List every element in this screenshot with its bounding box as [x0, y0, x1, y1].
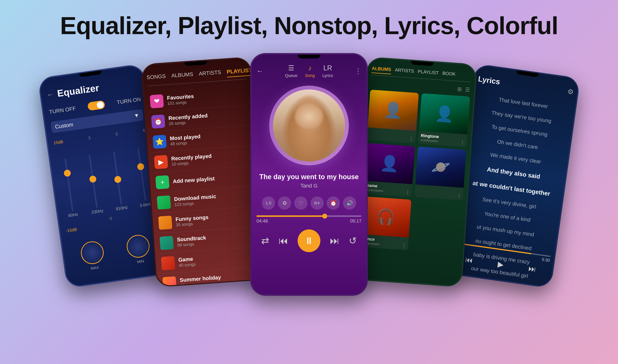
- music-note-icon: ♪: [308, 64, 312, 72]
- tab-playlist[interactable]: PLAYLIST: [227, 67, 252, 77]
- eq-preset-label: Custom: [55, 121, 74, 130]
- song-title: The day you went to my house: [257, 173, 361, 181]
- next-icon[interactable]: ⏭: [330, 235, 339, 246]
- tab-artists[interactable]: ARTISTS: [199, 69, 222, 79]
- db-label-3: 0: [115, 131, 118, 137]
- speed-label: 1.0: [266, 201, 271, 206]
- list-view-icon[interactable]: ☰: [464, 86, 471, 94]
- queue-label: Queue: [285, 73, 297, 78]
- chevron-down-icon: ▼: [134, 112, 140, 119]
- phones-showcase: ← Equalizer TURN OFF TURN ON Custom ▼ 15…: [0, 53, 618, 296]
- game-thumb: [161, 256, 175, 270]
- more-options-icon[interactable]: ⋮: [456, 193, 461, 198]
- tab-lyrics[interactable]: LR Lyrics: [322, 64, 333, 78]
- tab-playlist[interactable]: PLAYLIST: [417, 69, 439, 78]
- album-thumb: 👤: [368, 90, 419, 131]
- pause-icon: ⏸: [304, 235, 314, 246]
- shuffle-icon[interactable]: ⇄: [261, 235, 269, 246]
- play-pause-button[interactable]: ⏸: [298, 229, 320, 252]
- eq-toggle[interactable]: [87, 100, 105, 111]
- page-title: Equalizer, Playlist, Nonstop, Lyrics, Co…: [0, 0, 618, 40]
- album-card[interactable]: 👤 ⋮: [367, 90, 419, 143]
- db-label: 15dB: [53, 139, 64, 146]
- soundtrack-thumb: [160, 236, 174, 250]
- summer-holiday-thumb: [162, 276, 177, 287]
- queue-icon: ☰: [288, 64, 294, 72]
- total-time: 05:17: [350, 218, 361, 224]
- album-art: [269, 86, 349, 165]
- album-thumb: 🎧: [360, 196, 411, 237]
- eq-knob-treble[interactable]: [125, 233, 151, 259]
- timer-icon[interactable]: ⏰: [327, 196, 340, 210]
- db-bottom-label: 0: [109, 216, 112, 221]
- freq-label: 910Hz: [116, 205, 128, 212]
- next-icon[interactable]: ⏭: [528, 264, 537, 273]
- add-playlist-label: Add new playlist: [173, 173, 252, 184]
- current-time: 04:48: [257, 218, 268, 224]
- db-label-2: 3: [88, 136, 91, 141]
- album-thumb: 👤: [364, 143, 415, 184]
- tab-albums[interactable]: ALBUMS: [371, 65, 391, 74]
- more-options-icon[interactable]: ⋮: [401, 243, 406, 248]
- more-options-icon[interactable]: ⋮: [460, 140, 465, 145]
- eq-back-icon[interactable]: ←: [46, 90, 54, 99]
- song-label: Song: [305, 73, 315, 78]
- song-artist: Tand G: [257, 183, 361, 189]
- album-thumb: 👤: [419, 93, 470, 134]
- tab-albums[interactable]: ALBUMS: [171, 71, 193, 81]
- knob-label-min: MIN: [137, 259, 144, 264]
- main-player-phone: ← ☰ Queue ♪ Song LR Lyrics ⋮: [250, 53, 368, 296]
- recently-added-icon: ⏰: [151, 115, 165, 129]
- grid-view-icon[interactable]: ⊞: [456, 85, 463, 93]
- eq-title: Equalizer: [56, 82, 100, 99]
- add-playlist-icon: +: [155, 175, 170, 189]
- tab-songs[interactable]: SONGS: [146, 73, 166, 83]
- most-played-icon: ⭐: [153, 135, 167, 149]
- eq-bar-910hz[interactable]: 910Hz: [104, 150, 131, 212]
- eq-bar-60hz[interactable]: 60Hz: [56, 157, 83, 219]
- recently-played-icon: ▶: [154, 155, 168, 169]
- playlist-phone: SONGS ALBUMS ARTISTS PLAYLIST ❤ Favourit…: [141, 56, 266, 287]
- album-card[interactable]: 👤 ⋮ Ringtone «Unknown»: [418, 93, 470, 147]
- freq-label: 60Hz: [68, 212, 78, 218]
- db-neg-label: -15dB: [65, 227, 77, 233]
- funny-songs-thumb: [158, 216, 172, 230]
- tab-artists[interactable]: ARTISTS: [395, 67, 414, 76]
- albums-phone: ALBUMS ARTISTS PLAYLIST BOOK ⊞ ☰ 👤 ⋮: [352, 56, 477, 287]
- progress-fill: [257, 215, 325, 217]
- back-icon[interactable]: ←: [257, 67, 263, 75]
- lyrics-icon: LR: [323, 64, 332, 72]
- knob-label-max: MAX: [90, 265, 99, 271]
- play-icon[interactable]: ▶: [497, 260, 504, 269]
- volume-icon[interactable]: 🔊: [343, 196, 356, 210]
- more-options-icon[interactable]: ⋮: [405, 189, 410, 195]
- lyrics-label: Lyrics: [322, 73, 333, 78]
- speed-icon[interactable]: 1.0: [262, 196, 275, 210]
- progress-track[interactable]: [257, 215, 361, 217]
- heart-icon[interactable]: ♡: [294, 196, 308, 210]
- prev-icon[interactable]: ⏮: [465, 255, 474, 265]
- favourites-icon: ❤: [150, 94, 164, 108]
- equalizer-icon[interactable]: ⚙: [278, 196, 291, 210]
- lyrics-title: Lyrics: [477, 75, 501, 86]
- prev-icon[interactable]: ⏮: [279, 235, 288, 246]
- more-options-icon[interactable]: ⋮: [409, 136, 414, 142]
- settings-icon[interactable]: ⚙: [567, 87, 574, 96]
- album-thumb: 🪐: [415, 146, 466, 188]
- tab-book[interactable]: BOOK: [442, 71, 456, 79]
- turn-on-label: TURN ON: [116, 96, 141, 106]
- eq-knob-bass[interactable]: [79, 240, 105, 266]
- tab-song[interactable]: ♪ Song: [305, 64, 315, 78]
- add-to-queue-icon[interactable]: ≡+: [310, 196, 324, 210]
- tab-queue[interactable]: ☰ Queue: [285, 64, 297, 78]
- eq-bar-230hz[interactable]: 230Hz: [80, 154, 107, 215]
- download-music-thumb: [157, 195, 171, 210]
- album-card[interactable]: 🪐 ⋮: [414, 146, 466, 200]
- album-card[interactable]: 👤 ⋮ Game «Unknown»: [363, 143, 415, 197]
- repeat-icon[interactable]: ↺: [349, 235, 357, 246]
- turn-off-label: TURN OFF: [49, 105, 76, 115]
- freq-label: 230Hz: [91, 208, 104, 215]
- more-icon[interactable]: ⋮: [355, 67, 361, 75]
